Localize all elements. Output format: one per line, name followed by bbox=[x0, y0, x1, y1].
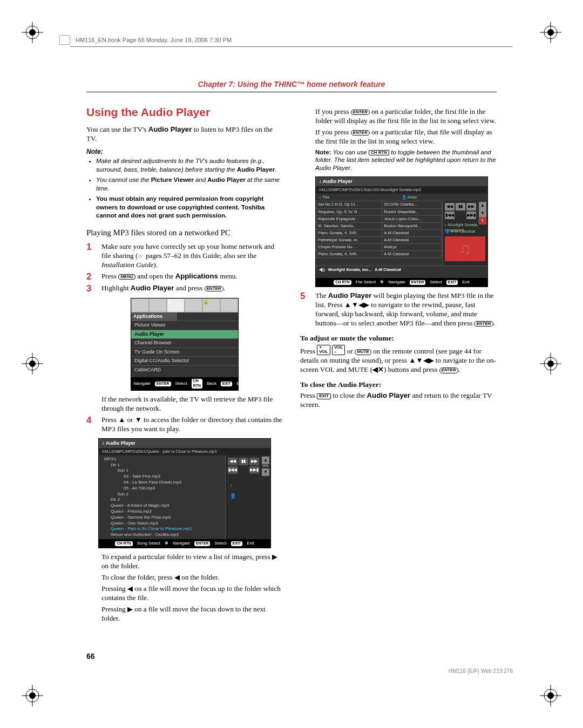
enter-key-icon: ENTER bbox=[474, 321, 493, 326]
reg-mark-icon bbox=[22, 353, 43, 375]
footer-code: HM116 (E/F) Web 213:276 bbox=[449, 668, 513, 674]
subsection-heading: Playing MP3 files stored on a networked … bbox=[86, 228, 283, 238]
step4-after3: Pressing ◀ on a file will move the focus… bbox=[101, 584, 283, 603]
reg-mark-icon bbox=[540, 353, 561, 375]
step-3: 3 Highlight Audio Player and press ENTER… bbox=[86, 284, 283, 294]
header-rule bbox=[70, 46, 513, 47]
osd-applications-menu: 𝄞 🔒 Applications Picture Viewer Audio Pl… bbox=[131, 298, 239, 391]
header-text: HM116_EN.book Page 66 Monday, June 19, 2… bbox=[76, 37, 232, 43]
osd-tab-icon bbox=[149, 298, 167, 312]
pause-icon: ▮▮ bbox=[456, 203, 465, 210]
osd-tab-icon bbox=[185, 298, 202, 312]
col2-note: Note: You can use CH RTN to toggle betwe… bbox=[315, 148, 497, 172]
osd-title: ♪ Audio Player bbox=[316, 177, 487, 187]
step-2: 2 Press MENU and open the Applications m… bbox=[86, 272, 283, 282]
book-icon bbox=[59, 35, 70, 45]
close-player-text: Press EXIT to close the Audio Player and… bbox=[300, 391, 497, 410]
adjust-volume-text: Press +VOL VOL– or MUTE on the remote co… bbox=[300, 345, 497, 375]
person-icon: 👤 bbox=[230, 493, 236, 500]
step-number: 5 bbox=[300, 291, 309, 328]
osd-path: //ALLEN8PC/MP3's/Dir1/Queen - pain Is Cl… bbox=[99, 448, 270, 455]
osd-tab-icon bbox=[220, 298, 238, 312]
osd-help-bar: ✥Navigate ENTERSelect CH RTNBack EXITExi… bbox=[131, 377, 238, 390]
intro-paragraph: You can use the TV's Audio Player to lis… bbox=[86, 125, 283, 144]
osd-section-label: Applications bbox=[131, 312, 177, 321]
enter-pill: ENTER bbox=[410, 280, 426, 285]
note-item: You cannot use the Picture Viewer and Au… bbox=[96, 176, 283, 193]
osd-audio-player-list: ♪ Audio Player //ALLEN8PC/MP3's/Dir1/Sub… bbox=[315, 176, 488, 288]
osd-audio-player-tree: ♪ Audio Player //ALLEN8PC/MP3's/Dir1/Que… bbox=[98, 438, 271, 549]
step-number: 4 bbox=[86, 416, 95, 434]
section-title: Using the Audio Player bbox=[86, 105, 283, 120]
enter-key-icon: ENTER bbox=[205, 286, 223, 291]
step4-after4: Pressing ▶ on a file will move the focus… bbox=[101, 605, 283, 623]
col2-p2: If you press ENTER on a particular file,… bbox=[315, 128, 497, 146]
enter-key-icon: ENTER bbox=[351, 130, 370, 135]
reg-mark-icon bbox=[540, 685, 561, 706]
exit-key-icon: EXIT bbox=[317, 393, 331, 399]
exit-pill: EXIT bbox=[446, 280, 458, 285]
dpad-icon: ✥ bbox=[125, 381, 129, 386]
vol-down-icon: ▼ bbox=[262, 468, 269, 476]
step-1: 1 Make sure you have correctly set up yo… bbox=[86, 242, 283, 270]
vol-down-icon: ▼ bbox=[479, 209, 486, 217]
osd-file-tree: MP3's Dir 1 Sub 1 03 - Take Five.mp3 04 … bbox=[99, 455, 225, 539]
pause-icon: ▮▮ bbox=[239, 458, 248, 465]
exit-pill: EXIT bbox=[221, 382, 233, 386]
vol-up-icon: ▲ bbox=[262, 457, 269, 464]
note-list: Make all desired adjustments to the TV's… bbox=[86, 157, 283, 220]
col2-p1: If you press ENTER on a particular folde… bbox=[315, 107, 497, 126]
enter-key-icon: ENTER bbox=[351, 110, 370, 115]
step-4: 4 Press ▲ or ▼ to access the folder or d… bbox=[86, 416, 283, 434]
reg-mark-icon bbox=[540, 22, 561, 43]
skip-fwd-icon: ▶▶▮ bbox=[466, 212, 476, 219]
page-number: 66 bbox=[86, 652, 95, 661]
page-header-line: HM116_EN.book Page 66 Monday, June 19, 2… bbox=[59, 35, 232, 45]
step-5: 5 The Audio Player will begin playing th… bbox=[300, 291, 497, 328]
osd-tab-row: 𝄞 🔒 bbox=[131, 298, 238, 312]
vol-down-key-icon: VOL– bbox=[332, 345, 345, 355]
mute-key-icon: MUTE bbox=[355, 349, 371, 355]
vol-up-icon: ▲ bbox=[479, 202, 486, 209]
step-number: 2 bbox=[86, 272, 95, 282]
osd-path: //ALLEN8PC/MP3's/Dir1/Sub1/03-Moonlight … bbox=[316, 186, 487, 194]
note-item: Make all desired adjustments to the TV's… bbox=[96, 157, 283, 174]
skip-back-icon: ▮◀◀ bbox=[445, 212, 455, 219]
osd-transport-panel: ◀◀ ▮▮ ▶▶ ▮◀◀ ▶▶▮ ▲ VOL ▼ ♪ 👤 bbox=[225, 455, 270, 539]
dpad-icon: ✥ bbox=[165, 541, 168, 546]
ffwd-icon: ▶▶ bbox=[466, 203, 476, 210]
step4-after2: To close the folder, press ◀ on the fold… bbox=[101, 573, 283, 582]
ffwd-icon: ▶▶ bbox=[249, 458, 259, 465]
osd-title: ♪ Audio Player bbox=[99, 439, 270, 448]
osd-help-bar: CH RTNFile Select ✥Navigate ENTERSelect … bbox=[316, 278, 487, 287]
osd-menu-item: Digital CC/Audio Selector bbox=[131, 356, 238, 365]
osd-transport-panel: ◀◀ ▮▮ ▶▶ ▮◀◀ ▶▶▮ ▲ ▼ 🔇 ♪ Moolight Sonata… bbox=[442, 201, 487, 266]
enter-pill: ENTER bbox=[194, 541, 211, 546]
osd-menu-item: CableCARD bbox=[131, 365, 238, 375]
chapter-rule bbox=[86, 92, 497, 92]
osd-now-playing: ◀)) Moolight Sonata, mo... A-M Classical bbox=[316, 266, 487, 274]
enter-pill: ENTER bbox=[155, 382, 171, 386]
album-art-icon: ♫ bbox=[445, 236, 485, 261]
side-artist: 👤 A-M Classical bbox=[445, 229, 476, 234]
osd-menu-item: TV Guide On Screen bbox=[131, 348, 238, 357]
speaker-icon: ◀)) bbox=[319, 267, 325, 273]
enter-key-icon: ENTER bbox=[439, 368, 458, 373]
osd-song-table: Ser.No.1 in D, Op.11..SCO/Sir Charles...… bbox=[316, 201, 442, 258]
dpad-icon: ✥ bbox=[380, 280, 384, 285]
chrtn-pill: CH RTN bbox=[334, 280, 351, 285]
vol-label: VOL bbox=[262, 464, 269, 468]
chrtn-pill: CH RTN bbox=[115, 541, 132, 546]
rewind-icon: ◀◀ bbox=[228, 458, 238, 465]
step-number: 1 bbox=[86, 242, 95, 270]
step4-after1: To expand a particular folder to view a … bbox=[101, 553, 283, 571]
adjust-volume-heading: To adjust or mute the volume: bbox=[300, 334, 497, 343]
skip-back-icon: ▮◀◀ bbox=[228, 466, 238, 474]
close-player-heading: To close the Audio Player: bbox=[300, 380, 497, 389]
osd-menu-item: Picture Viewer bbox=[131, 321, 238, 330]
osd-column-headers: ♪ Title 👤 Artist bbox=[316, 194, 487, 201]
step-number: 3 bbox=[86, 284, 95, 294]
osd-help-bar: CH RTNSong Select ✥Navigate ENTERSelect … bbox=[99, 539, 270, 548]
osd-tab-icon: 𝄞 bbox=[167, 298, 185, 312]
osd-menu-item-selected: Audio Player bbox=[131, 330, 238, 339]
